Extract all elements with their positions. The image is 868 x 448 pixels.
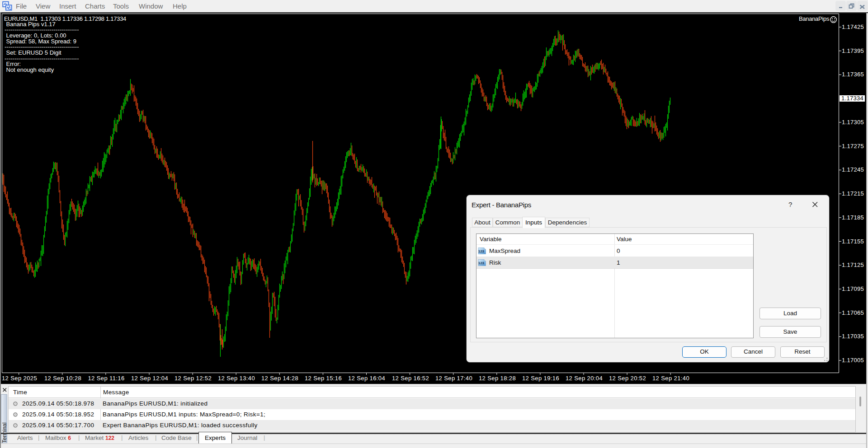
svg-text:123: 123	[478, 249, 485, 253]
svg-text:123: 123	[478, 261, 485, 265]
